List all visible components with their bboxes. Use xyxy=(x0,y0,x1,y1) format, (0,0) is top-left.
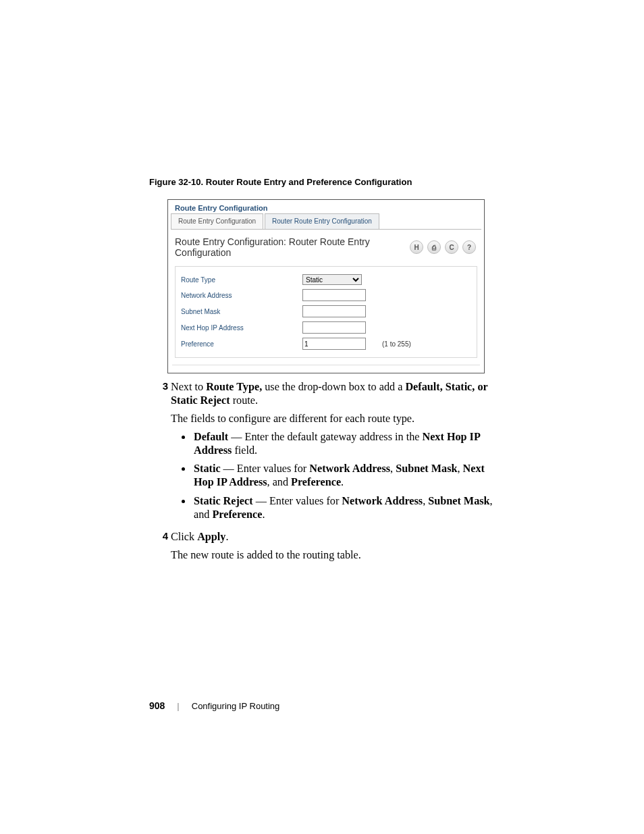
text-bold: Default xyxy=(194,431,228,443)
next-hop-label: Next Hop IP Address xyxy=(180,324,302,332)
text-bold: Static Reject xyxy=(194,495,253,507)
router-config-panel: Route Entry Configuration Route Entry Co… xyxy=(167,199,485,373)
text: — Enter values for xyxy=(253,495,342,507)
page-number: 908 xyxy=(149,700,165,711)
panel-breadcrumb: Route Entry Configuration: Router Route … xyxy=(175,236,410,258)
footer-divider: | xyxy=(177,701,179,711)
figure-caption: Figure 32-10. Router Route Entry and Pre… xyxy=(149,177,412,187)
step-number-3: 3 xyxy=(149,380,171,526)
text-bold: Subnet Mask xyxy=(428,495,489,507)
text: , xyxy=(390,463,396,475)
text-bold: Preference xyxy=(212,509,262,521)
tab-router-route-entry-config[interactable]: Router Route Entry Configuration xyxy=(265,213,379,229)
text: — Enter the default gateway address in t… xyxy=(228,431,422,443)
list-item: Default — Enter the default gateway addr… xyxy=(192,430,498,457)
text-bold: Subnet Mask xyxy=(396,463,457,475)
save-icon[interactable]: H xyxy=(410,240,423,254)
text-bold: Apply xyxy=(197,531,225,543)
tab-route-entry-config[interactable]: Route Entry Configuration xyxy=(171,213,263,229)
text-bold: Static xyxy=(194,463,221,475)
network-address-input[interactable] xyxy=(302,289,366,301)
text: — Enter values for xyxy=(221,463,310,475)
panel-action-icons: H ⎙ C ? xyxy=(410,240,476,254)
preference-hint: (1 to 255) xyxy=(382,340,411,348)
text-bold: Network Address xyxy=(309,463,390,475)
print-icon[interactable]: ⎙ xyxy=(427,240,441,254)
list-item: Static Reject — Enter values for Network… xyxy=(192,494,498,521)
subnet-mask-input[interactable] xyxy=(302,305,366,317)
text: use the drop-down box to add a xyxy=(262,381,405,393)
route-form: Route Type Static Network Address Subnet… xyxy=(175,266,477,358)
text: The fields to configure are different fo… xyxy=(171,412,498,425)
next-hop-input[interactable] xyxy=(302,321,366,334)
text-bold: Preference xyxy=(291,476,341,488)
text: , and xyxy=(267,476,292,488)
subnet-mask-label: Subnet Mask xyxy=(180,308,302,315)
text: , xyxy=(457,463,462,475)
list-item: Static — Enter values for Network Addres… xyxy=(192,462,498,489)
page-footer: 908 | Configuring IP Routing xyxy=(149,700,279,711)
text: Next to xyxy=(171,381,206,393)
text: , xyxy=(423,495,428,507)
network-address-label: Network Address xyxy=(180,292,302,299)
refresh-icon[interactable]: C xyxy=(445,240,458,254)
help-icon[interactable]: ? xyxy=(462,240,476,254)
text: The new route is added to the routing ta… xyxy=(171,548,498,562)
route-type-select[interactable]: Static xyxy=(302,274,362,285)
text-bold: Route Type, xyxy=(206,381,262,393)
text-bold: Network Address xyxy=(342,495,423,507)
text: Click xyxy=(171,531,197,543)
tab-bar: Route Entry Configuration Router Route E… xyxy=(171,213,481,230)
text: field. xyxy=(232,444,257,457)
text: . xyxy=(341,476,344,488)
text: route. xyxy=(230,394,258,407)
instruction-content: 3 Next to Route Type, use the drop-down … xyxy=(149,380,498,571)
preference-label: Preference xyxy=(180,340,302,348)
route-type-label: Route Type xyxy=(180,276,302,284)
step-number-4: 4 xyxy=(149,530,171,567)
section-title: Configuring IP Routing xyxy=(192,701,280,711)
panel-title: Route Entry Configuration xyxy=(168,200,484,213)
text: . xyxy=(262,509,265,521)
text: . xyxy=(225,531,228,543)
preference-input[interactable] xyxy=(302,338,366,350)
